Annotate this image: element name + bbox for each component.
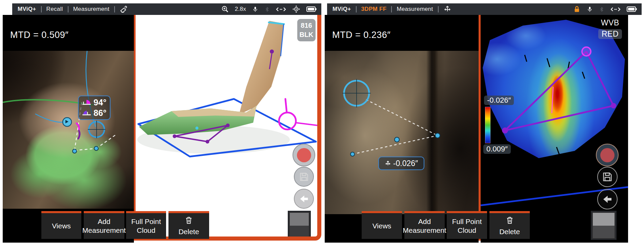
thumbnail-bottom — [593, 226, 615, 238]
image-thumbnail[interactable] — [591, 211, 617, 240]
back-button[interactable] — [597, 189, 618, 209]
full-point-cloud-label: Full Point Cloud — [128, 217, 164, 235]
stereo-index-chip[interactable]: 816 BLK — [297, 19, 316, 41]
measure-point[interactable] — [350, 152, 355, 156]
delete-label: Delete — [499, 227, 520, 236]
depth-scale-min: 0.009″ — [483, 144, 511, 154]
trash-icon — [184, 216, 193, 227]
save-icon — [602, 171, 613, 183]
right-depthmap-pane[interactable]: WVB RED -0.026″ 0.009″ — [481, 15, 628, 243]
microphone-icon[interactable] — [252, 5, 258, 13]
thumbnail-bottom — [290, 226, 309, 238]
battery-icon — [306, 6, 317, 12]
depth-measurement-chip[interactable]: -0.026″ — [378, 157, 424, 170]
dual-screen-capture: MViQ+ Recall Measurement 2.8x — [0, 0, 644, 246]
angle-measurement-box[interactable]: 94° 86° — [78, 96, 110, 120]
views-button[interactable]: Views — [362, 211, 402, 239]
back-button[interactable] — [294, 189, 314, 209]
brand-label: MViQ+ — [333, 6, 351, 13]
image-thumbnail[interactable] — [288, 211, 311, 240]
bluetooth-icon — [264, 6, 270, 13]
save-button[interactable] — [597, 167, 618, 187]
back-icon — [299, 193, 309, 204]
stereo-mode-value: BLK — [299, 30, 313, 39]
brand-label: MViQ+ — [18, 6, 36, 13]
zoom-in-icon[interactable] — [221, 5, 229, 13]
steering-icon[interactable] — [292, 5, 300, 13]
measurement-overlay — [325, 15, 479, 243]
plane-move-icon — [385, 160, 391, 167]
microphone-icon[interactable] — [587, 5, 593, 13]
full-point-cloud-button[interactable]: Full Point Cloud — [447, 211, 487, 239]
zoom-level-label[interactable]: 2.8x — [235, 6, 246, 13]
battery-icon — [627, 6, 637, 12]
left-pointcloud-pane[interactable]: 816 BLK — [134, 15, 321, 241]
thumbnail-top — [593, 213, 615, 226]
view-label-red: RED — [598, 29, 622, 39]
measure-point[interactable] — [435, 133, 440, 138]
add-measurement-label: Add Measurement — [82, 217, 126, 235]
left-camera-pane: MTD = 0.509″ — [3, 15, 134, 243]
annotate-icon[interactable] — [120, 5, 128, 13]
views-label: Views — [52, 222, 71, 230]
pointcloud-scene — [136, 15, 317, 237]
separator — [391, 6, 392, 13]
right-screen: MViQ+ 3DPM FF Measurement — [324, 0, 644, 246]
back-icon — [602, 193, 613, 205]
add-measurement-button[interactable]: Add Measurement — [84, 211, 124, 239]
add-measurement-label: Add Measurement — [403, 217, 446, 235]
link-icon — [276, 7, 286, 12]
lock-icon — [573, 5, 581, 13]
measurement-overlay — [3, 15, 134, 243]
depth-scale-max: -0.026″ — [484, 96, 514, 105]
save-button[interactable] — [294, 167, 314, 187]
menu-item-3dpm[interactable]: 3DPM FF — [361, 6, 387, 13]
save-icon — [299, 171, 309, 182]
trash-icon — [505, 216, 514, 227]
full-point-cloud-label: Full Point Cloud — [449, 217, 485, 235]
left-topbar: MViQ+ Recall Measurement 2.8x — [12, 3, 321, 15]
record-icon — [600, 148, 615, 162]
delete-button[interactable]: Delete — [489, 211, 530, 239]
delete-label: Delete — [179, 227, 199, 236]
depth-colorbar — [485, 107, 490, 143]
views-button[interactable]: Views — [41, 211, 81, 239]
menu-item-measurement[interactable]: Measurement — [73, 6, 109, 13]
menu-item-recall[interactable]: Recall — [46, 6, 63, 13]
depth-measure-triangle[interactable] — [502, 47, 616, 134]
measure-point[interactable] — [73, 149, 77, 153]
left-screen: MViQ+ Recall Measurement 2.8x — [0, 0, 321, 246]
delete-button[interactable]: Delete — [168, 211, 209, 239]
record-icon — [297, 148, 311, 162]
thumbnail-top — [290, 213, 309, 226]
depth-value: -0.026″ — [393, 159, 418, 168]
link-icon — [610, 7, 621, 12]
separator — [114, 6, 115, 13]
right-topbar: MViQ+ 3DPM FF Measurement — [327, 3, 642, 15]
angle-value: 94° — [94, 98, 106, 107]
bluetooth-icon — [599, 6, 604, 13]
views-label: Views — [373, 222, 391, 230]
separator — [438, 6, 439, 13]
measure-point[interactable] — [395, 137, 399, 142]
angle-sector-purple-icon — [82, 108, 92, 118]
crosshair-cursor[interactable] — [88, 121, 105, 138]
stereo-index-value: 816 — [301, 21, 312, 30]
menu-item-measurement[interactable]: Measurement — [397, 6, 433, 13]
right-camera-pane: MTD = 0.236″ — [325, 15, 479, 243]
separator — [356, 6, 357, 13]
record-button[interactable] — [596, 144, 619, 166]
add-measurement-button[interactable]: Add Measurement — [404, 211, 445, 239]
cursor-point[interactable] — [63, 118, 72, 126]
separator — [68, 6, 68, 13]
full-point-cloud-button[interactable]: Full Point Cloud — [126, 211, 166, 239]
view-label-wvb: WVB — [601, 18, 619, 27]
angle-value: 86° — [94, 108, 106, 118]
measure-point[interactable] — [94, 146, 98, 150]
angle-sector-magenta-icon — [82, 98, 92, 107]
crosshair-cursor[interactable] — [342, 79, 371, 107]
separator — [41, 6, 42, 13]
plane-move-icon[interactable] — [443, 5, 451, 13]
record-button[interactable] — [293, 144, 315, 166]
